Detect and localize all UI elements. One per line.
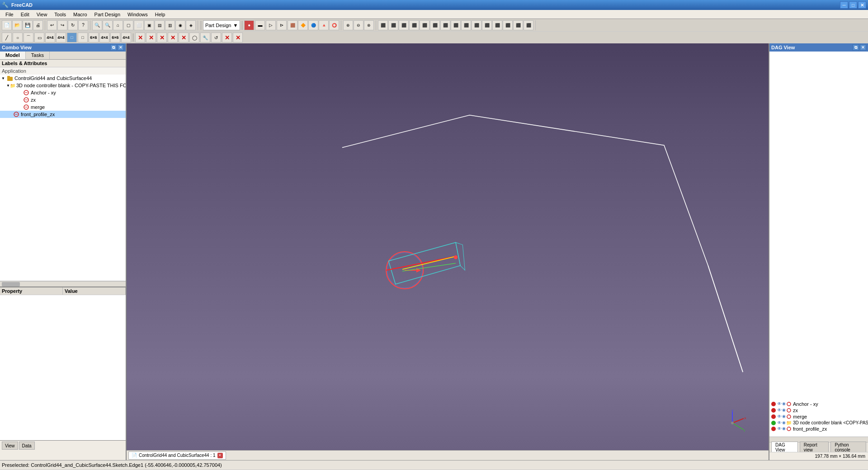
view-bottom-button[interactable]: ▥ (165, 20, 175, 30)
tab-model[interactable]: Model (0, 52, 26, 59)
dag-float-button[interactable]: ⧉ (853, 44, 859, 51)
view-top-button[interactable]: ⬜ (134, 20, 144, 30)
minimize-button[interactable]: ─ (840, 1, 848, 9)
close-button[interactable]: ✕ (858, 1, 866, 9)
dag-tab-report[interactable]: Report view (800, 442, 829, 453)
sketch-6x6-1[interactable]: 6×6 (89, 33, 99, 42)
tb-extra-7[interactable]: ⬛ (440, 20, 450, 30)
file-tab-close[interactable]: ✕ (217, 453, 223, 458)
dag-tab-dagview[interactable]: DAG View (771, 442, 798, 453)
tab-tasks[interactable]: Tasks (26, 52, 50, 59)
sketch-arc[interactable]: ⌒ (24, 33, 33, 42)
cylinder-button[interactable]: 🔶 (298, 20, 308, 30)
sphere-button[interactable]: 🔵 (308, 20, 318, 30)
part-btn4[interactable]: ⊳ (277, 20, 287, 30)
tools-btn[interactable]: 🔧 (200, 33, 210, 42)
menu-edit[interactable]: Edit (17, 11, 33, 18)
combo-close-button[interactable]: ✕ (118, 44, 124, 51)
cut-button[interactable]: ⊖ (354, 20, 363, 30)
union-button[interactable]: ⊕ (343, 20, 353, 30)
red-x-1[interactable]: ✕ (135, 33, 145, 42)
tb-extra-4[interactable]: ⬛ (409, 20, 419, 30)
sketch-4x4-3[interactable]: 4×4 (99, 33, 109, 42)
tab-data[interactable]: Data (19, 442, 35, 450)
tree-scrollbar-h[interactable] (0, 281, 126, 287)
view-home-button[interactable]: ⌂ (113, 20, 123, 30)
dag-tab-python[interactable]: Python console (830, 442, 866, 453)
dag-item-anchor[interactable]: 👁 ◉ Anchor - xy (769, 401, 868, 407)
view-right-button[interactable]: ▣ (144, 20, 154, 30)
sketch-4x4-2[interactable]: 4×4 (56, 33, 66, 42)
menu-windows[interactable]: Windows (124, 11, 151, 18)
tb-extra-1[interactable]: ⬛ (378, 20, 388, 30)
part-new-sketch[interactable]: ● (244, 20, 254, 30)
save-button[interactable]: 💾 (23, 20, 33, 30)
red-x-3[interactable]: ✕ (157, 33, 167, 42)
new-button[interactable]: 📄 (2, 20, 12, 30)
tree-root[interactable]: ▼ ControlGrid44 and CubicSurface44 (0, 75, 126, 82)
red-x-7[interactable]: ✕ (233, 33, 243, 42)
file-tab[interactable]: 📄 ControlGrid44 and CubicSurface44 : 1 ✕ (128, 451, 226, 460)
red-x-6[interactable]: ✕ (222, 33, 232, 42)
torus-button[interactable]: ⭕ (329, 20, 339, 30)
tab-view[interactable]: View (2, 442, 18, 450)
open-button[interactable]: 📂 (12, 20, 22, 30)
refresh-button[interactable]: ↻ (68, 20, 78, 30)
tree-folder[interactable]: ▼ 📁 3D node controller blank - COPY-PAST… (0, 82, 126, 89)
cone-button[interactable]: 🔺 (319, 20, 329, 30)
tree-front-profile[interactable]: front_profile_zx (0, 111, 126, 118)
refresh-btn2[interactable]: ↺ (211, 33, 221, 42)
sketch-6x6-2[interactable]: 6×6 (110, 33, 120, 42)
circle-btn[interactable]: ◯ (189, 33, 199, 42)
tb-extra-14[interactable]: ⬛ (513, 20, 523, 30)
box-button[interactable]: 🟫 (288, 20, 297, 30)
menu-tools[interactable]: Tools (51, 11, 70, 18)
dag-item-folder[interactable]: 👁 ◉ 📁 3D node controller blank <COPY-PAS… (769, 420, 868, 426)
tb-extra-3[interactable]: ⬛ (399, 20, 409, 30)
help-button[interactable]: ? (78, 20, 88, 30)
tb-extra-12[interactable]: ⬛ (492, 20, 502, 30)
red-x-4[interactable]: ✕ (168, 33, 178, 42)
view-perspective-button[interactable]: ◈ (186, 20, 196, 30)
sketch-box-blue[interactable]: □ (67, 33, 77, 42)
zoom-out-button[interactable]: 🔍 (103, 20, 113, 30)
maximize-button[interactable]: □ (849, 1, 857, 9)
zoom-in-button[interactable]: 🔍 (92, 20, 102, 30)
combo-float-button[interactable]: ⧉ (110, 44, 117, 51)
tb-extra-13[interactable]: ⬛ (503, 20, 513, 30)
view-left-button[interactable]: ▤ (155, 20, 165, 30)
sketch-4x4-4[interactable]: 4×4 (121, 33, 131, 42)
menu-help[interactable]: Help (151, 11, 169, 18)
menu-part-design[interactable]: Part Design (91, 11, 124, 18)
3d-viewport[interactable]: Z Y X 0.0 ms / 1.5 fps 📄 (127, 43, 769, 460)
tb-extra-5[interactable]: ⬛ (420, 20, 429, 30)
sketch-line[interactable]: ╱ (2, 33, 12, 42)
menu-macro[interactable]: Macro (70, 11, 91, 18)
tree-anchor-xy[interactable]: Anchor - xy (0, 89, 126, 96)
undo-button[interactable]: ↩ (47, 20, 57, 30)
tb-extra-11[interactable]: ⬛ (482, 20, 492, 30)
tree-merge[interactable]: merge (0, 103, 126, 111)
tb-extra-6[interactable]: ⬛ (430, 20, 440, 30)
tree-zx[interactable]: zx (0, 96, 126, 103)
tb-extra-10[interactable]: ⬛ (472, 20, 481, 30)
intersect-button[interactable]: ⊗ (364, 20, 374, 30)
workbench-selector[interactable]: Part Design ▼ (203, 20, 240, 30)
dag-close-button[interactable]: ✕ (860, 44, 866, 51)
menu-file[interactable]: File (2, 11, 17, 18)
tb-extra-8[interactable]: ⬛ (451, 20, 461, 30)
sketch-circle[interactable]: ○ (13, 33, 23, 42)
sketch-4x4-1[interactable]: 4×4 (45, 33, 55, 42)
part-btn2[interactable]: ▬ (255, 20, 265, 30)
redo-button[interactable]: ↪ (57, 20, 67, 30)
tb-extra-2[interactable]: ⬛ (388, 20, 398, 30)
print-button[interactable]: 🖨 (33, 20, 43, 30)
model-tree[interactable]: ▼ ControlGrid44 and CubicSurface44 ▼ 📁 3… (0, 75, 126, 281)
dag-item-zx[interactable]: 👁 ◉ zx (769, 407, 868, 414)
red-x-2[interactable]: ✕ (146, 33, 156, 42)
sketch-rect[interactable]: ▭ (34, 33, 44, 42)
view-back-button[interactable]: ◉ (175, 20, 185, 30)
sketch-box2[interactable]: □ (78, 33, 88, 42)
menu-view[interactable]: View (33, 11, 51, 18)
dag-item-merge[interactable]: 👁 ◉ merge (769, 414, 868, 420)
